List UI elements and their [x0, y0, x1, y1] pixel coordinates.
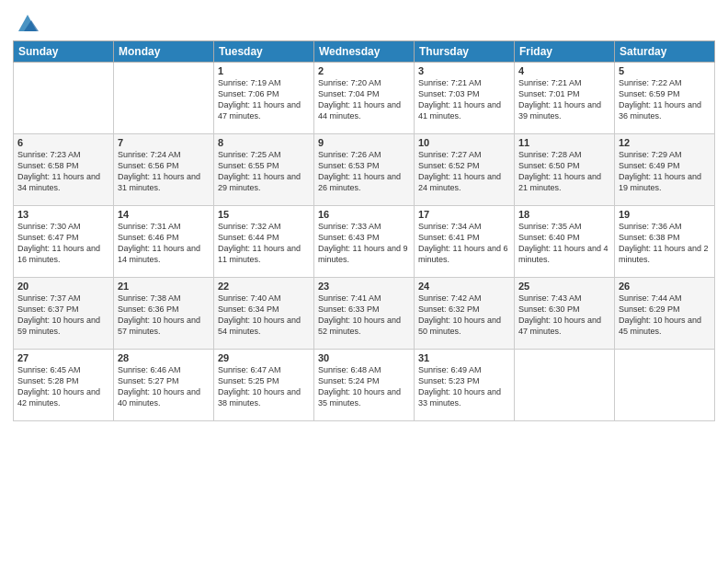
table-row: 3Sunrise: 7:21 AMSunset: 7:03 PMDaylight…	[415, 63, 515, 134]
day-info: Sunrise: 7:30 AMSunset: 6:47 PMDaylight:…	[17, 221, 109, 266]
day-info: Sunrise: 7:31 AMSunset: 6:46 PMDaylight:…	[118, 221, 210, 266]
calendar-table: Sunday Monday Tuesday Wednesday Thursday…	[13, 40, 715, 421]
day-info: Sunrise: 7:19 AMSunset: 7:06 PMDaylight:…	[218, 77, 310, 122]
day-number: 28	[118, 352, 210, 363]
day-number: 1	[218, 65, 310, 76]
day-info: Sunrise: 7:40 AMSunset: 6:34 PMDaylight:…	[218, 293, 310, 338]
col-tuesday: Tuesday	[214, 41, 314, 63]
day-number: 21	[118, 281, 210, 292]
table-row: 31Sunrise: 6:49 AMSunset: 5:23 PMDayligh…	[415, 350, 515, 421]
table-row: 26Sunrise: 7:44 AMSunset: 6:29 PMDayligh…	[615, 278, 715, 350]
day-info: Sunrise: 7:24 AMSunset: 6:56 PMDaylight:…	[118, 149, 210, 194]
day-number: 6	[17, 137, 109, 148]
day-number: 5	[619, 65, 711, 76]
table-row: 6Sunrise: 7:23 AMSunset: 6:58 PMDaylight…	[14, 134, 114, 206]
day-number: 9	[318, 137, 410, 148]
day-info: Sunrise: 7:26 AMSunset: 6:53 PMDaylight:…	[318, 149, 410, 194]
day-info: Sunrise: 7:29 AMSunset: 6:49 PMDaylight:…	[619, 149, 711, 194]
day-number: 29	[218, 352, 310, 363]
table-row: 10Sunrise: 7:27 AMSunset: 6:52 PMDayligh…	[415, 134, 515, 206]
table-row: 14Sunrise: 7:31 AMSunset: 6:46 PMDayligh…	[114, 206, 214, 278]
day-number: 3	[418, 65, 510, 76]
day-info: Sunrise: 7:32 AMSunset: 6:44 PMDaylight:…	[218, 221, 310, 266]
day-info: Sunrise: 7:42 AMSunset: 6:32 PMDaylight:…	[418, 293, 510, 338]
table-row: 29Sunrise: 6:47 AMSunset: 5:25 PMDayligh…	[214, 350, 314, 421]
day-number: 17	[418, 209, 510, 220]
table-row: 9Sunrise: 7:26 AMSunset: 6:53 PMDaylight…	[314, 134, 415, 206]
col-saturday: Saturday	[615, 41, 715, 63]
table-row	[114, 63, 214, 134]
calendar-week-row: 20Sunrise: 7:37 AMSunset: 6:37 PMDayligh…	[14, 278, 715, 350]
table-row: 15Sunrise: 7:32 AMSunset: 6:44 PMDayligh…	[214, 206, 314, 278]
table-row: 19Sunrise: 7:36 AMSunset: 6:38 PMDayligh…	[615, 206, 715, 278]
day-info: Sunrise: 7:36 AMSunset: 6:38 PMDaylight:…	[619, 221, 711, 266]
day-info: Sunrise: 7:44 AMSunset: 6:29 PMDaylight:…	[619, 293, 711, 338]
col-sunday: Sunday	[14, 41, 114, 63]
day-number: 23	[318, 281, 410, 292]
day-number: 4	[518, 65, 610, 76]
day-number: 10	[418, 137, 510, 148]
day-number: 30	[318, 352, 410, 363]
table-row: 25Sunrise: 7:43 AMSunset: 6:30 PMDayligh…	[515, 278, 615, 350]
table-row: 28Sunrise: 6:46 AMSunset: 5:27 PMDayligh…	[114, 350, 214, 421]
table-row: 11Sunrise: 7:28 AMSunset: 6:50 PMDayligh…	[515, 134, 615, 206]
day-number: 22	[218, 281, 310, 292]
day-number: 26	[619, 281, 711, 292]
day-info: Sunrise: 7:34 AMSunset: 6:41 PMDaylight:…	[418, 221, 510, 266]
day-number: 31	[418, 352, 510, 363]
day-number: 12	[619, 137, 711, 148]
day-number: 2	[318, 65, 410, 76]
table-row: 8Sunrise: 7:25 AMSunset: 6:55 PMDaylight…	[214, 134, 314, 206]
day-number: 11	[518, 137, 610, 148]
day-number: 15	[218, 209, 310, 220]
day-info: Sunrise: 6:45 AMSunset: 5:28 PMDaylight:…	[17, 364, 109, 409]
calendar-week-row: 13Sunrise: 7:30 AMSunset: 6:47 PMDayligh…	[14, 206, 715, 278]
day-info: Sunrise: 7:35 AMSunset: 6:40 PMDaylight:…	[518, 221, 610, 266]
table-row: 27Sunrise: 6:45 AMSunset: 5:28 PMDayligh…	[14, 350, 114, 421]
day-info: Sunrise: 7:37 AMSunset: 6:37 PMDaylight:…	[17, 293, 109, 338]
day-info: Sunrise: 7:41 AMSunset: 6:33 PMDaylight:…	[318, 293, 410, 338]
day-number: 19	[619, 209, 711, 220]
table-row: 4Sunrise: 7:21 AMSunset: 7:01 PMDaylight…	[515, 63, 615, 134]
table-row	[515, 350, 615, 421]
table-row: 18Sunrise: 7:35 AMSunset: 6:40 PMDayligh…	[515, 206, 615, 278]
day-number: 8	[218, 137, 310, 148]
table-row: 30Sunrise: 6:48 AMSunset: 5:24 PMDayligh…	[314, 350, 415, 421]
logo-icon	[15, 9, 40, 35]
day-info: Sunrise: 6:49 AMSunset: 5:23 PMDaylight:…	[418, 364, 510, 409]
day-info: Sunrise: 6:48 AMSunset: 5:24 PMDaylight:…	[318, 364, 410, 409]
page: Sunday Monday Tuesday Wednesday Thursday…	[0, 0, 728, 563]
day-info: Sunrise: 7:43 AMSunset: 6:30 PMDaylight:…	[518, 293, 610, 338]
day-number: 13	[17, 209, 109, 220]
table-row: 12Sunrise: 7:29 AMSunset: 6:49 PMDayligh…	[615, 134, 715, 206]
day-info: Sunrise: 6:47 AMSunset: 5:25 PMDaylight:…	[218, 364, 310, 409]
table-row: 16Sunrise: 7:33 AMSunset: 6:43 PMDayligh…	[314, 206, 415, 278]
calendar-week-row: 1Sunrise: 7:19 AMSunset: 7:06 PMDaylight…	[14, 63, 715, 134]
day-info: Sunrise: 7:23 AMSunset: 6:58 PMDaylight:…	[17, 149, 109, 194]
logo	[13, 9, 40, 35]
table-row: 7Sunrise: 7:24 AMSunset: 6:56 PMDaylight…	[114, 134, 214, 206]
table-row	[14, 63, 114, 134]
table-row: 23Sunrise: 7:41 AMSunset: 6:33 PMDayligh…	[314, 278, 415, 350]
table-row: 21Sunrise: 7:38 AMSunset: 6:36 PMDayligh…	[114, 278, 214, 350]
day-info: Sunrise: 7:22 AMSunset: 6:59 PMDaylight:…	[619, 77, 711, 122]
day-info: Sunrise: 7:21 AMSunset: 7:03 PMDaylight:…	[418, 77, 510, 122]
day-number: 16	[318, 209, 410, 220]
day-number: 18	[518, 209, 610, 220]
col-thursday: Thursday	[415, 41, 515, 63]
day-number: 7	[118, 137, 210, 148]
header	[13, 9, 715, 35]
day-info: Sunrise: 7:28 AMSunset: 6:50 PMDaylight:…	[518, 149, 610, 194]
day-info: Sunrise: 7:27 AMSunset: 6:52 PMDaylight:…	[418, 149, 510, 194]
day-info: Sunrise: 7:25 AMSunset: 6:55 PMDaylight:…	[218, 149, 310, 194]
table-row: 20Sunrise: 7:37 AMSunset: 6:37 PMDayligh…	[14, 278, 114, 350]
day-info: Sunrise: 7:38 AMSunset: 6:36 PMDaylight:…	[118, 293, 210, 338]
calendar-week-row: 6Sunrise: 7:23 AMSunset: 6:58 PMDaylight…	[14, 134, 715, 206]
day-number: 24	[418, 281, 510, 292]
calendar-header-row: Sunday Monday Tuesday Wednesday Thursday…	[14, 41, 715, 63]
table-row	[615, 350, 715, 421]
day-number: 20	[17, 281, 109, 292]
calendar-week-row: 27Sunrise: 6:45 AMSunset: 5:28 PMDayligh…	[14, 350, 715, 421]
table-row: 13Sunrise: 7:30 AMSunset: 6:47 PMDayligh…	[14, 206, 114, 278]
day-number: 25	[518, 281, 610, 292]
